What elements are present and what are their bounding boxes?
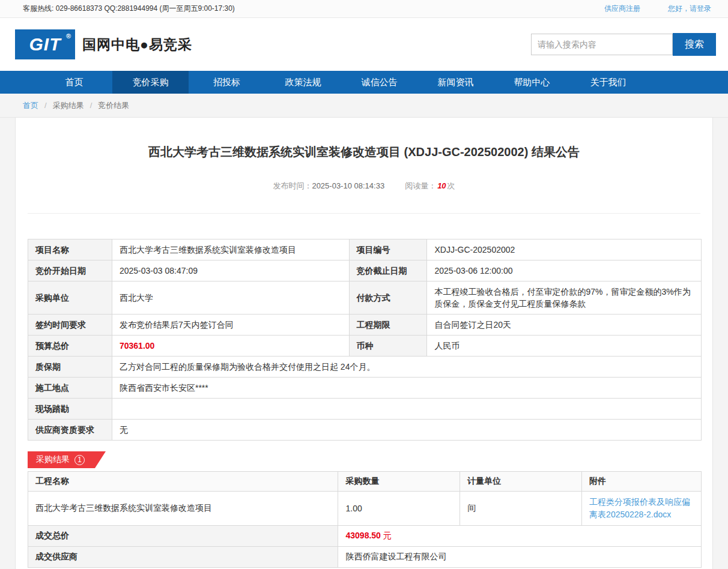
breadcrumb-current: 竞价结果: [98, 100, 129, 111]
budget-label: 预算总价: [28, 336, 112, 357]
purchase-result-badge: 采购结果 1: [28, 451, 106, 468]
table-row: 施工地点 陕西省西安市长安区****: [28, 378, 702, 399]
badge-count: 1: [74, 455, 85, 465]
nav-item-home[interactable]: 首页: [36, 71, 112, 94]
logo-text: GIT: [29, 34, 61, 55]
project-name-value: 西北大学考古三维数据系统实训室装修改造项目: [112, 239, 349, 260]
result-project-name: 西北大学考古三维数据系统实训室装修改造项目: [28, 492, 338, 526]
table-row: 成交总价 43098.50 元: [28, 526, 702, 547]
result-quantity: 1.00: [338, 492, 460, 526]
nav-item-policy[interactable]: 政策法规: [265, 71, 341, 94]
survey-label: 现场踏勘: [28, 399, 112, 420]
table-row: 竞价开始日期 2025-03-03 08:47:09 竞价截止日期 2025-0…: [28, 260, 702, 281]
duration-label: 工程期限: [349, 315, 427, 336]
table-row: 质保期 乙方对合同工程的质量保修期为验收合格并交付使用之日起 24个月。: [28, 357, 702, 378]
views-count: 10: [437, 181, 446, 190]
table-row: 预算总价 70361.00 币种 人民币: [28, 336, 702, 357]
budget-value: 70361.00: [112, 336, 349, 357]
breadcrumb-home[interactable]: 首页: [23, 100, 38, 111]
nav-item-about[interactable]: 关于我们: [570, 71, 646, 94]
survey-value: [112, 399, 701, 420]
col-header-attachment: 附件: [582, 472, 702, 492]
search-input[interactable]: [531, 34, 673, 55]
payment-label: 付款方式: [349, 281, 427, 315]
publish-time-value: 2025-03-10 08:14:33: [312, 181, 384, 190]
breadcrumb-purchase-results[interactable]: 采购结果: [53, 100, 84, 111]
sign-time-value: 发布竞价结果后7天内签订合同: [112, 315, 349, 336]
warranty-label: 质保期: [28, 357, 112, 378]
site-value: 陕西省西安市长安区****: [112, 378, 701, 399]
payment-value: 本工程竣工验收合格后，付至审定价款的97%，留审定金额的3%作为质保金，质保金支…: [427, 281, 702, 315]
buyer-value: 西北大学: [112, 281, 349, 315]
buyer-label: 采购单位: [28, 281, 112, 315]
duration-value: 自合同签订之日20天: [427, 315, 702, 336]
search-bar: 搜索: [531, 33, 716, 56]
registered-trademark-icon: ®: [66, 32, 71, 40]
table-row: 采购单位 西北大学 付款方式 本工程竣工验收合格后，付至审定价款的97%，留审定…: [28, 281, 702, 315]
nav-item-bidding-purchase[interactable]: 竞价采购: [112, 71, 189, 94]
bid-start-value: 2025-03-03 08:47:09: [112, 260, 349, 281]
result-unit: 间: [460, 492, 582, 526]
nav-item-news[interactable]: 新闻资讯: [417, 71, 494, 94]
project-name-label: 项目名称: [28, 239, 112, 260]
col-header-unit: 计量单位: [460, 472, 582, 492]
bid-end-label: 竞价截止日期: [349, 260, 427, 281]
supplier-value: 陕西侨富建设工程有限公司: [338, 547, 702, 568]
table-row: 西北大学考古三维数据系统实训室装修改造项目 1.00 间 工程类分项报价表及响应…: [28, 492, 702, 526]
site-header: GIT ® 国网中电●易竞采 搜索: [0, 18, 728, 71]
supplier-label: 成交供应商: [28, 547, 338, 568]
attachment-link[interactable]: 工程类分项报价表及响应偏离表20250228-2.docx: [589, 497, 690, 519]
currency-value: 人民币: [427, 336, 702, 357]
table-row: 成交供应商 陕西侨富建设工程有限公司: [28, 547, 702, 568]
breadcrumb-separator: /: [44, 101, 47, 110]
table-row: 现场踏勘: [28, 399, 702, 420]
views-unit: 次: [447, 181, 455, 190]
nav-item-integrity[interactable]: 诚信公告: [341, 71, 417, 94]
nav-item-tender[interactable]: 招投标: [189, 71, 265, 94]
table-header-row: 工程名称 采购数量 计量单位 附件: [28, 472, 702, 492]
table-row: 签约时间要求 发布竞价结果后7天内签订合同 工程期限 自合同签订之日20天: [28, 315, 702, 336]
total-price-unit: 元: [383, 531, 392, 540]
col-header-quantity: 采购数量: [338, 472, 460, 492]
site-brand-title: 国网中电●易竞采: [82, 35, 192, 54]
project-details-table: 项目名称 西北大学考古三维数据系统实训室装修改造项目 项目编号 XDJJ-GC-…: [28, 239, 702, 441]
badge-label: 采购结果: [36, 454, 70, 465]
publish-time-label: 发布时间：: [273, 181, 312, 190]
site-label: 施工地点: [28, 378, 112, 399]
project-no-value: XDJJ-GC-202502002: [427, 239, 702, 260]
main-nav: 首页 竞价采购 招投标 政策法规 诚信公告 新闻资讯 帮助中心 关于我们: [0, 71, 728, 94]
views-label: 阅读量：: [405, 181, 436, 190]
top-bar: 客服热线: 029-86618373 QQ:2881944994 (周一至周五9…: [0, 0, 728, 18]
content-card: 西北大学考古三维数据系统实训室装修改造项目 (XDJJ-GC-202502002…: [15, 118, 713, 569]
service-hotline: 客服热线: 029-86618373 QQ:2881944994 (周一至周五9…: [23, 4, 235, 14]
site-logo[interactable]: GIT ®: [15, 29, 75, 59]
breadcrumb: 首页 / 采购结果 / 竞价结果: [0, 94, 728, 118]
project-no-label: 项目编号: [349, 239, 427, 260]
breadcrumb-separator: /: [90, 101, 93, 110]
nav-item-help[interactable]: 帮助中心: [494, 71, 570, 94]
search-button[interactable]: 搜索: [673, 33, 716, 56]
sign-time-label: 签约时间要求: [28, 315, 112, 336]
qualification-label: 供应商资质要求: [28, 420, 112, 441]
announcement-title: 西北大学考古三维数据系统实训室装修改造项目 (XDJJ-GC-202502002…: [28, 118, 700, 160]
total-price-value: 43098.50: [345, 531, 380, 540]
qualification-value: 无: [112, 420, 701, 441]
bid-start-label: 竞价开始日期: [28, 260, 112, 281]
warranty-value: 乙方对合同工程的质量保修期为验收合格并交付使用之日起 24个月。: [112, 357, 701, 378]
col-header-project-name: 工程名称: [28, 472, 338, 492]
total-price-label: 成交总价: [28, 526, 338, 547]
supplier-register-link[interactable]: 供应商注册: [604, 4, 640, 14]
table-row: 供应商资质要求 无: [28, 420, 702, 441]
login-link[interactable]: 您好，请登录: [668, 4, 711, 14]
purchase-result-table: 工程名称 采购数量 计量单位 附件 西北大学考古三维数据系统实训室装修改造项目 …: [28, 471, 702, 568]
announcement-meta: 发布时间：2025-03-10 08:14:33阅读量：10次: [28, 181, 700, 214]
currency-label: 币种: [349, 336, 427, 357]
table-row: 项目名称 西北大学考古三维数据系统实训室装修改造项目 项目编号 XDJJ-GC-…: [28, 239, 702, 260]
bid-end-value: 2025-03-06 12:00:00: [427, 260, 702, 281]
